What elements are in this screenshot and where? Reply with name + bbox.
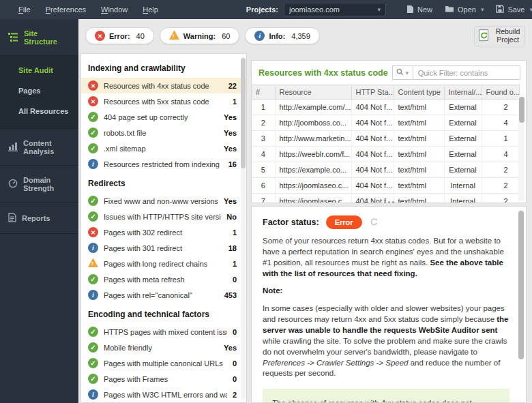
quick-filter-input[interactable] <box>413 65 520 80</box>
cell-http-status: 404 Not f... <box>351 162 394 178</box>
table-row[interactable]: 4https://weeblr.com/f...404 Not f...text… <box>252 147 519 162</box>
audit-list: Indexing and crawlability✕Resources with… <box>81 57 246 403</box>
column-header[interactable]: # <box>252 85 275 100</box>
sidebar-item-reports[interactable]: Reports <box>0 203 78 234</box>
audit-item[interactable]: ✓Pages with meta refresh0 <box>81 271 246 287</box>
audit-item[interactable]: iResources restricted from indexing16 <box>81 156 246 172</box>
cell-found: 4 <box>482 147 519 162</box>
sidebar-item-label: Content Analysis <box>23 139 72 155</box>
sidebar-item-all-resources[interactable]: All Resources <box>0 101 78 121</box>
new-button-label: New <box>417 5 432 14</box>
menu-item-help[interactable]: Help <box>136 3 164 16</box>
cell-http-status: 404 Not f... <box>351 100 394 115</box>
audit-item-value: 16 <box>228 160 239 168</box>
info-count-badge[interactable]: iInfo: 4,359 <box>245 27 319 44</box>
audit-item-value: Yes <box>224 113 239 121</box>
badge-count: 40 <box>134 32 145 40</box>
audit-item[interactable]: !Pages with long redirect chains1 <box>81 256 246 271</box>
audit-item-value: Yes <box>224 197 239 205</box>
warning-status-icon: ! <box>88 258 98 267</box>
resources-title: Resources with 4xx status code <box>258 68 388 78</box>
menu-item-file[interactable]: File <box>12 3 37 16</box>
column-header[interactable]: Internal/... <box>444 85 482 100</box>
sidebar-item-pages[interactable]: Pages <box>0 80 78 101</box>
project-select[interactable]: joomlaseo.com ▾ <box>284 3 386 16</box>
sidebar-item-domain-strength[interactable]: Domain Strength <box>0 166 78 203</box>
cell-internal: Internal <box>444 178 482 194</box>
audit-item-value: 0 <box>233 359 239 368</box>
audit-item-value: 0 <box>233 375 239 383</box>
refresh-icon[interactable] <box>369 217 379 228</box>
sidebar-item-content-analysis[interactable]: Content Analysis <box>0 129 78 166</box>
audit-item-label: Resources with 4xx status code <box>104 82 223 90</box>
audit-item[interactable]: ✕Resources with 4xx status code22 <box>81 78 246 93</box>
table-row[interactable]: 3http://www.marketin...404 Not f...text/… <box>252 131 519 147</box>
column-header[interactable]: Resource <box>275 85 351 100</box>
audit-item[interactable]: ✓Mobile friendlyYes <box>81 340 246 355</box>
error-status-icon: ✕ <box>88 96 98 106</box>
audit-item[interactable]: ✓HTTPS pages with mixed content issues0 <box>81 324 246 340</box>
resources-panel: Resources with 4xx status code ▾ #Resour… <box>251 60 527 203</box>
cell-resource[interactable]: http://example.com/... <box>275 100 351 115</box>
menubar: FilePreferencesWindowHelp Projects: joom… <box>0 0 532 19</box>
audit-item-value: 22 <box>228 82 239 90</box>
audit-item-label: Pages with multiple canonical URLs <box>104 359 227 368</box>
open-button[interactable]: Open▾ <box>440 2 488 17</box>
info-status-icon: i <box>254 31 265 41</box>
menu-item-preferences[interactable]: Preferences <box>40 3 92 16</box>
audit-item[interactable]: ✕Resources with 5xx status code1 <box>81 93 246 109</box>
audit-item[interactable]: iPages with 301 redirect18 <box>81 240 246 256</box>
table-row[interactable]: 1http://example.com/...404 Not f...text/… <box>252 100 519 115</box>
projects-label: Projects: <box>246 5 278 14</box>
audit-item[interactable]: iPages with rel="canonical"453 <box>81 287 246 303</box>
audit-scrollbar[interactable] <box>241 57 246 400</box>
audit-item[interactable]: ✓404 page set up correctlyYes <box>81 109 246 125</box>
audit-item-value: 1 <box>233 228 239 237</box>
factor-status-panel: Factor status: Error Some of your resour… <box>251 206 527 403</box>
audit-item-label: .xml sitemap <box>104 145 218 153</box>
cell-resource[interactable]: https://example.co... <box>275 162 351 178</box>
factor-scrollbar[interactable] <box>518 209 524 400</box>
cell-found: 1 <box>482 131 519 147</box>
warning-status-icon: ! <box>169 31 179 40</box>
table-row[interactable]: 2http://joomboss.co...404 Not f...text/h… <box>252 115 519 131</box>
cell-internal: External <box>444 162 482 178</box>
menu-item-window[interactable]: Window <box>95 3 134 16</box>
audit-item[interactable]: ✓Fixed www and non-www versionsYes <box>81 193 246 209</box>
cell-resource[interactable]: http://joomboss.co... <box>275 115 351 131</box>
audit-item[interactable]: ✓Pages with Frames0 <box>81 371 246 387</box>
rebuild-project-button[interactable]: Rebuild Project <box>474 26 525 46</box>
cell-resource[interactable]: https://joomlaseo.c... <box>275 178 351 194</box>
cell-internal: External <box>444 100 482 115</box>
error-count-badge[interactable]: ✕Error: 40 <box>85 27 154 44</box>
audit-item[interactable]: ✓.xml sitemapYes <box>81 140 246 156</box>
audit-item-value: 2 <box>233 391 239 399</box>
cell-num: 3 <box>252 131 275 147</box>
audit-item-label: Pages with long redirect chains <box>104 260 227 268</box>
audit-item[interactable]: ✓robots.txt fileYes <box>81 125 246 140</box>
audit-item-label: Pages with Frames <box>104 375 227 383</box>
sidebar-item-site-audit[interactable]: Site Audit <box>0 60 78 80</box>
cell-internal: External <box>444 115 482 131</box>
cell-resource[interactable]: https://weeblr.com/f... <box>275 147 351 162</box>
save-button[interactable]: Save▾ <box>491 2 532 17</box>
table-row[interactable]: 5https://example.co...404 Not f...text/h… <box>252 162 519 178</box>
audit-item[interactable]: ✓Issues with HTTP/HTTPS site versionsNo <box>81 209 246 224</box>
column-header[interactable]: Found o... <box>482 85 519 100</box>
quick-filter-mode-button[interactable]: ▾ <box>392 65 413 80</box>
resources-table: #ResourceHTTP Sta...▲Content typeInterna… <box>252 85 520 203</box>
audit-item[interactable]: ✓Pages with multiple canonical URLs0 <box>81 355 246 371</box>
table-row[interactable]: 6https://joomlaseo.c...404 Not f...text/… <box>252 178 519 194</box>
new-button[interactable]: New <box>401 2 437 18</box>
cell-found: 2 <box>482 162 519 178</box>
audit-item[interactable]: iPages with W3C HTML errors and warnings… <box>81 387 246 402</box>
cell-resource[interactable]: http://www.marketin... <box>275 131 351 147</box>
table-scrollbar[interactable] <box>518 95 524 200</box>
column-header[interactable]: HTTP Sta...▲ <box>351 85 394 100</box>
open-folder-icon <box>445 5 454 14</box>
audit-item[interactable]: ✕Pages with 302 redirect1 <box>81 224 246 240</box>
panel-splitter-handle[interactable] <box>251 199 527 205</box>
column-header[interactable]: Content type <box>394 85 444 100</box>
sidebar-item-site-structure[interactable]: Site Structure <box>0 19 78 56</box>
warning-count-badge[interactable]: !Warning: 60 <box>160 27 240 44</box>
